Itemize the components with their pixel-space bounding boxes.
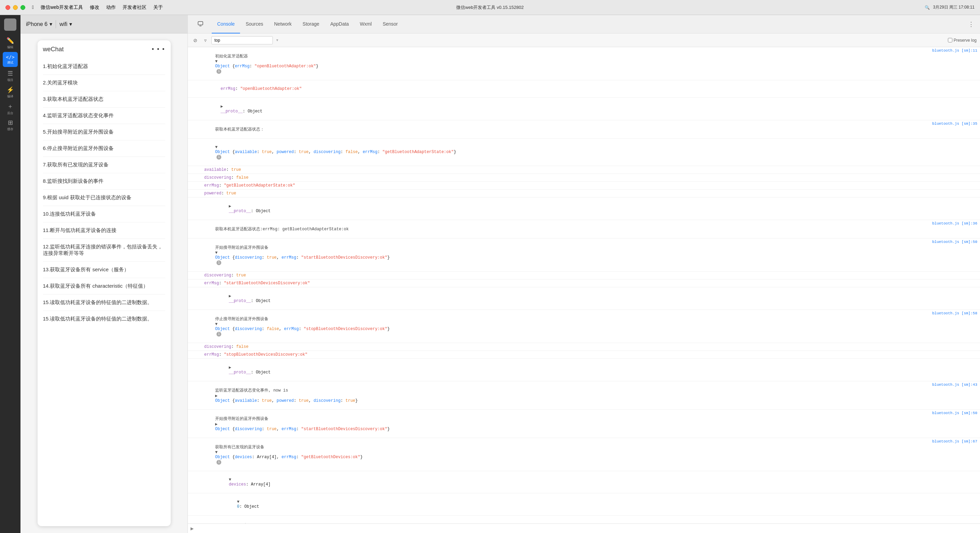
- expand-icon[interactable]: [215, 251, 218, 255]
- info-icon[interactable]: i: [216, 460, 221, 465]
- expand-icon[interactable]: [215, 394, 218, 398]
- tab-network[interactable]: Network: [269, 15, 297, 34]
- input-prompt-icon: ▶: [191, 526, 194, 531]
- menu-about[interactable]: 关于: [153, 5, 163, 11]
- preserve-log-checkbox[interactable]: [948, 38, 952, 42]
- console-filterbar: ⊘ ▿ ▼ Preserve log: [188, 34, 980, 47]
- console-output[interactable]: 初始化蓝牙适配器 Object {errMsg: "openBluetoothA…: [188, 47, 980, 523]
- list-item[interactable]: 7.获取所有已发现的蓝牙设备: [43, 157, 165, 173]
- phone-header: weChat • • •: [43, 46, 165, 53]
- list-item[interactable]: 9.根据 uuid 获取处于已连接状态的设备: [43, 190, 165, 206]
- info-icon[interactable]: i: [216, 260, 221, 265]
- avatar: [4, 18, 16, 31]
- list-item[interactable]: 5.开始搜寻附近的蓝牙外围设备: [43, 124, 165, 140]
- log-entry: errMsg: "openBluetoothAdapter:ok": [188, 80, 980, 98]
- tab-storage[interactable]: Storage: [297, 15, 325, 34]
- log-file-link[interactable]: bluetooth.js [sm]:11: [932, 48, 977, 53]
- sidebar-label-project: 项目: [7, 78, 13, 82]
- apple-menu[interactable]: : [32, 5, 34, 11]
- list-item[interactable]: 1.初始化蓝牙适配器: [43, 58, 165, 75]
- expand-icon[interactable]: [215, 322, 218, 327]
- sidebar-item-compile[interactable]: ⚡ 编译: [3, 85, 18, 100]
- tab-sensor[interactable]: Sensor: [377, 15, 403, 34]
- list-item[interactable]: 11.断开与低功耗蓝牙设备的连接: [43, 222, 165, 239]
- menu-action[interactable]: 动作: [106, 5, 116, 11]
- list-item[interactable]: 3.获取本机蓝牙适配器状态: [43, 91, 165, 108]
- backend-icon: ＋: [7, 102, 13, 110]
- console-filter-input[interactable]: [212, 36, 273, 45]
- list-item[interactable]: 14.获取蓝牙设备所有 characteristic（特征值）: [43, 278, 165, 295]
- log-file-link[interactable]: bluetooth.js [sm]:36: [932, 222, 977, 225]
- log-file-link[interactable]: bluetooth.js [sm]:50: [932, 411, 977, 415]
- expand-icon[interactable]: [221, 104, 223, 109]
- log-entry: 初始化蓝牙适配器 Object {errMsg: "openBluetoothA…: [188, 47, 980, 80]
- list-item[interactable]: 10.连接低功耗蓝牙设备: [43, 206, 165, 222]
- log-entry: devices: Array[4]: [188, 471, 980, 493]
- sidebar-item-debug[interactable]: </> 调试: [3, 52, 18, 67]
- log-file-link[interactable]: bluetooth.js [sm]:43: [932, 383, 977, 387]
- sidebar-item-cache[interactable]: ⊞ 缓存: [3, 118, 18, 132]
- expand-icon[interactable]: [237, 499, 239, 504]
- phone-menu-dots[interactable]: • • •: [152, 46, 165, 53]
- network-selector[interactable]: wifi ▾: [59, 21, 72, 27]
- list-item[interactable]: 8.监听搜找到新设备的事件: [43, 173, 165, 190]
- preserve-log-checkbox-group: Preserve log: [948, 38, 977, 43]
- search-icon[interactable]: 🔍: [925, 5, 930, 10]
- log-file-link[interactable]: bluetooth.js [sm]:58: [932, 311, 977, 315]
- filter-button[interactable]: ▿: [202, 37, 208, 44]
- log-file-link[interactable]: bluetooth.js [sm]:50: [932, 240, 977, 244]
- log-content: errMsg: "startBluetoothDevicesDiscovery:…: [204, 281, 977, 286]
- tab-console-inspect[interactable]: [192, 15, 209, 34]
- titlebar-right: 🔍 3月29日 周三 17:08:11: [925, 5, 975, 10]
- list-item[interactable]: 12.监听低功耗蓝牙连接的错误事件，包括设备丢失，连接异常断开等等: [43, 239, 165, 262]
- tab-console[interactable]: Console: [212, 15, 240, 34]
- expand-icon[interactable]: [229, 477, 231, 482]
- device-selector[interactable]: iPhone 6 ▾: [26, 21, 52, 27]
- info-icon[interactable]: i: [216, 332, 221, 337]
- list-item[interactable]: 15.读取低功耗蓝牙设备的特征值的二进制数据。: [43, 311, 165, 327]
- log-content: discovering: false: [204, 345, 977, 349]
- log-file-link[interactable]: bluetooth.js [sm]:67: [932, 439, 977, 444]
- menu-edit[interactable]: 修改: [90, 5, 99, 11]
- sidebar-item-project[interactable]: ☰ 项目: [3, 68, 18, 83]
- more-button[interactable]: ⋮: [966, 19, 976, 29]
- list-item[interactable]: 4.监听蓝牙适配器状态变化事件: [43, 108, 165, 124]
- log-content: 开始搜寻附近的蓝牙外围设备 Object {discovering: true,…: [191, 411, 929, 436]
- expand-icon[interactable]: [215, 59, 218, 64]
- info-icon[interactable]: i: [216, 69, 221, 74]
- window-title: 微信web开发者工具 v0.15.152802: [456, 5, 523, 11]
- log-entry: errMsg: "startBluetoothDevicesDiscovery:…: [188, 279, 980, 287]
- clear-console-button[interactable]: ⊘: [191, 37, 199, 44]
- menu-community[interactable]: 开发者社区: [123, 5, 146, 11]
- maximize-button[interactable]: [21, 5, 25, 10]
- log-file-link[interactable]: bluetooth.js [sm]:35: [932, 121, 977, 126]
- log-content: powered: true: [204, 191, 977, 196]
- info-icon[interactable]: i: [216, 155, 221, 160]
- list-item[interactable]: 2.关闭蓝牙模块: [43, 75, 165, 91]
- log-entry: errMsg: "stopBluetoothDevicesDiscovery:o…: [188, 351, 980, 359]
- list-item[interactable]: 13.获取蓝牙设备所有 service（服务）: [43, 262, 165, 278]
- log-entry: available: true: [188, 166, 980, 174]
- expand-icon[interactable]: [215, 422, 218, 427]
- devtools-panel: Console Sources Network Storage AppData …: [188, 15, 980, 533]
- expand-icon[interactable]: [229, 365, 231, 370]
- tab-sources[interactable]: Sources: [240, 15, 268, 34]
- expand-icon[interactable]: [215, 145, 218, 150]
- tab-wxml[interactable]: Wxml: [355, 15, 377, 34]
- traffic-lights[interactable]: [5, 5, 25, 10]
- expand-icon[interactable]: [215, 450, 218, 455]
- menu-app[interactable]: 微信web开发者工具: [41, 5, 83, 11]
- sidebar-item-edit[interactable]: ✏️ 编辑: [3, 35, 18, 51]
- expand-icon[interactable]: [229, 204, 231, 209]
- expand-icon[interactable]: [229, 294, 231, 298]
- left-sidebar: ✏️ 编辑 </> 调试 ☰ 项目 ⚡ 编译 ＋ 后台 ⊞ 缓存: [0, 15, 21, 533]
- log-entry: 0: Object: [188, 493, 980, 515]
- log-entry: 获取本机蓝牙适配器状态:errMsg: getBluetoothAdapterS…: [188, 220, 980, 238]
- phone-menu-list: 1.初始化蓝牙适配器 2.关闭蓝牙模块 3.获取本机蓝牙适配器状态 4.监听蓝牙…: [43, 58, 165, 327]
- close-button[interactable]: [5, 5, 10, 10]
- tab-appdata[interactable]: AppData: [325, 15, 354, 34]
- list-item[interactable]: 6.停止搜寻附近的蓝牙外围设备: [43, 140, 165, 157]
- minimize-button[interactable]: [13, 5, 18, 10]
- list-item[interactable]: 15.读取低功耗蓝牙设备的特征值的二进制数据。: [43, 295, 165, 311]
- sidebar-item-backend[interactable]: ＋ 后台: [3, 101, 18, 116]
